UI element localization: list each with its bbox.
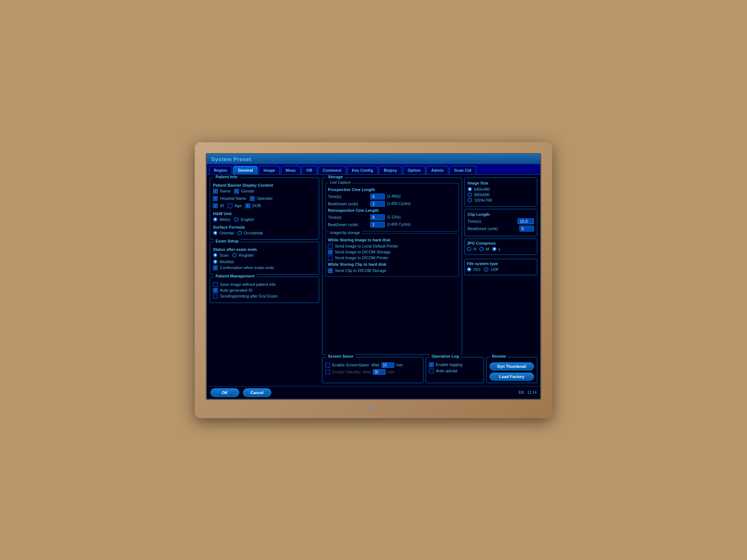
dicom-printer-checkbox[interactable] [328,256,333,260]
occidental-radio[interactable] [237,231,242,235]
tab-keyconfig[interactable]: Key Config [347,166,378,174]
retro-time-input[interactable] [370,214,385,220]
dicom-storage-label: Send Image to DICOM Storage [335,250,391,254]
prosp-time-input[interactable] [370,194,385,199]
hospname-row: Hospital Name [213,196,246,201]
fs-iso-radio[interactable] [467,267,471,272]
oriental-radio[interactable] [213,231,217,235]
tab-general[interactable]: General [233,166,258,174]
screen-saver-title: Screen Saver [326,354,355,358]
screensaver-wait-input[interactable] [382,362,394,368]
operator-checkbox[interactable] [250,196,255,201]
clip-beat-row: Beat(heart cycle) [468,226,534,232]
retro-beat-input[interactable] [370,222,385,228]
name-checkbox[interactable] [213,189,218,194]
dicom-storage-row: Send Image to DICOM Storage [328,250,456,254]
screensaver-checkbox[interactable] [325,363,330,368]
prospective-title: Prospective Cine Length [328,187,456,192]
enable-logging-row: Enable logging [429,362,481,367]
jpg-compress-box: JPG Compress H M [464,238,537,255]
register-row: Register [232,253,254,257]
brand-label: M7 [368,405,379,413]
worklist-radio[interactable] [213,260,217,264]
jpg-m-radio[interactable] [479,247,484,251]
occidental-row: Occidental [237,231,263,235]
size-1024-row: 1024x768 [468,198,534,202]
patient-info-section: Patient Info Patient Banner Display Cont… [210,178,319,240]
clip-dicom-label: Send Clip to DICOM Storage [335,268,386,273]
fs-udf-radio[interactable] [484,267,488,272]
local-printer-checkbox[interactable] [328,244,333,249]
scan-row: Scan [213,253,229,257]
tab-meas[interactable]: Meas [281,166,301,174]
tab-image[interactable]: Image [259,166,280,174]
clip-beat-input[interactable] [519,226,534,232]
tab-option[interactable]: Option [403,166,425,174]
tab-ob[interactable]: OB [302,166,317,174]
size-800-radio[interactable] [468,192,472,197]
dob-row: DOB [245,203,261,208]
metric-radio[interactable] [213,217,217,222]
tab-scancid[interactable]: Scan Cid [449,166,476,174]
enable-logging-checkbox[interactable] [429,362,434,367]
load-factory-button[interactable]: Load Factory [489,373,534,381]
size-640-label: 640x480 [474,187,489,191]
dicom-storage-checkbox[interactable] [328,250,333,254]
english-radio[interactable] [234,217,239,222]
age-checkbox[interactable] [228,203,232,208]
send-print-checkbox[interactable] [213,294,218,299]
scan-radio[interactable] [213,253,217,257]
hospname-checkbox[interactable] [213,196,218,201]
tab-region[interactable]: Region [209,166,232,174]
save-img-row: Save image without patient info [213,282,316,287]
patient-info-title: Patient Info [214,175,239,179]
review-title: Review [490,354,508,358]
image-clip-title: Image/clip storage [329,231,361,235]
save-img-checkbox[interactable] [213,282,218,287]
standby-wait-input[interactable] [373,369,386,375]
auto-id-checkbox[interactable] [213,288,218,293]
fs-udf-row: UDF [484,267,499,272]
tab-comment[interactable]: Comment [318,166,346,174]
english-row: English [234,217,254,222]
min-label: min [396,363,403,367]
prosp-time-range: (1-480s) [387,194,400,198]
register-radio[interactable] [232,253,237,257]
wait-label: Wait [371,363,379,367]
dob-checkbox[interactable] [245,203,250,208]
ok-button[interactable]: OK [210,388,239,397]
main-content: Patient Info Patient Banner Display Cont… [207,175,540,386]
status-title: Status after exam ends [213,247,316,252]
dyn-thumbnail-button[interactable]: Dyn Thumbnail [489,362,534,370]
tab-biopsy[interactable]: Biopsy [379,166,402,174]
auto-id-row: Auto generated ID [213,288,316,293]
prosp-beat-row: Beat(heart cycle) (1-600 Cycles) [328,201,456,207]
auto-upload-row: Auto upload [429,369,481,373]
enable-logging-label: Enable logging [436,362,462,367]
retro-title: Retrospective Cine Length [328,208,456,213]
gender-checkbox[interactable] [234,189,239,194]
prosp-beat-input[interactable] [370,201,385,207]
standby-min: min [388,370,394,374]
standby-checkbox[interactable] [325,370,330,374]
language-indicator: EN [519,390,524,394]
clip-dicom-checkbox[interactable] [328,268,333,273]
tab-bar: Region General Image Meas OB Comment Key… [207,164,540,175]
storage-title: Storage [326,175,345,179]
clip-time-input[interactable] [518,218,534,224]
jpg-h-radio[interactable] [467,247,471,251]
jpg-l-radio[interactable] [492,247,496,251]
cancel-button[interactable]: Cancel [243,388,271,397]
exam-setup-title: Exam Setup [214,239,240,243]
size-640-radio[interactable] [468,187,472,191]
age-label: Age [235,203,242,208]
tab-admin[interactable]: Admin [426,166,448,174]
banner-label: Patient Banner Display Content [213,183,316,187]
live-capture-title: Live Capture [329,180,352,184]
window-title: System Preset [211,156,251,162]
retro-beat-label: Beat(heart cycle) [328,222,368,227]
confirmation-checkbox[interactable] [213,265,218,270]
id-checkbox[interactable] [213,203,218,208]
size-1024-radio[interactable] [468,198,472,202]
auto-upload-checkbox[interactable] [429,369,434,373]
